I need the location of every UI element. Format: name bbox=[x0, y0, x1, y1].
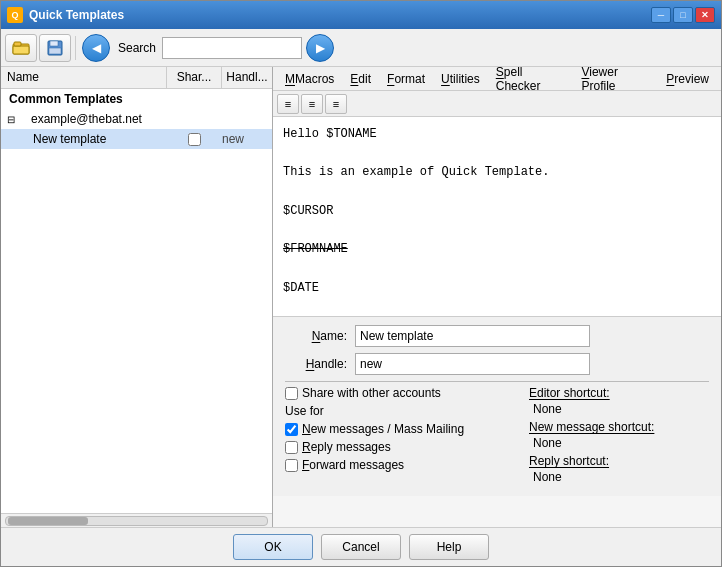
toolbar-btn-1[interactable] bbox=[5, 34, 37, 62]
minimize-button[interactable]: ─ bbox=[651, 7, 671, 23]
new-messages-row: New messages / Mass Mailing bbox=[285, 422, 505, 436]
name-input[interactable] bbox=[355, 325, 590, 347]
folder-icon bbox=[12, 40, 30, 56]
handle-row: Handle: bbox=[285, 353, 709, 375]
new-messages-label: New messages / Mass Mailing bbox=[302, 422, 464, 436]
footer: OK Cancel Help bbox=[1, 527, 721, 566]
reply-shortcut-value: None bbox=[529, 470, 709, 484]
name-label: Name: bbox=[285, 329, 355, 343]
close-button[interactable]: ✕ bbox=[695, 7, 715, 23]
fmt-align-right[interactable]: ≡ bbox=[325, 94, 347, 114]
reply-messages-label: Reply messages bbox=[302, 440, 391, 454]
svg-rect-4 bbox=[50, 41, 58, 46]
main-content: Name Shar... Handl... Common Templates ⊟ bbox=[1, 67, 721, 527]
editor-line-7: $FROMNAME bbox=[283, 240, 711, 259]
editor-shortcut-label: Editor shortcut: bbox=[529, 386, 709, 400]
editor-menubar: MMacros Edit Format Utilities Spell Chec… bbox=[273, 67, 721, 91]
right-panel: MMacros Edit Format Utilities Spell Chec… bbox=[273, 67, 721, 527]
col-handle-header: Handl... bbox=[222, 67, 272, 88]
options-row: Share with other accounts Use for New me… bbox=[285, 386, 709, 488]
svg-rect-2 bbox=[14, 42, 21, 46]
fmt-align-center[interactable]: ≡ bbox=[301, 94, 323, 114]
share-checkbox[interactable] bbox=[285, 387, 298, 400]
new-messages-checkbox[interactable] bbox=[285, 423, 298, 436]
right-options: Editor shortcut: None New message shortc… bbox=[529, 386, 709, 488]
editor-line-4 bbox=[283, 183, 711, 202]
template-handle-value: new bbox=[222, 132, 244, 146]
share-row: Share with other accounts bbox=[285, 386, 505, 400]
forward-messages-checkbox[interactable] bbox=[285, 459, 298, 472]
account-label: example@thebat.net bbox=[17, 112, 142, 126]
fmt-align-left[interactable]: ≡ bbox=[277, 94, 299, 114]
tree-header: Name Shar... Handl... bbox=[1, 67, 272, 89]
editor-toolbar: ≡ ≡ ≡ bbox=[273, 91, 721, 117]
tree-body: Common Templates ⊟ example@thebat.net bbox=[1, 89, 272, 513]
search-label: Search bbox=[118, 41, 156, 55]
col-name-header: Name bbox=[1, 67, 167, 88]
menu-macros[interactable]: MMacros bbox=[277, 70, 342, 88]
editor-line-3: This is an example of Quick Template. bbox=[283, 163, 711, 182]
common-templates-label: Common Templates bbox=[5, 92, 123, 106]
reply-messages-row: Reply messages bbox=[285, 440, 505, 454]
editor-line-6 bbox=[283, 221, 711, 240]
properties-panel: Name: Handle: bbox=[273, 317, 721, 496]
back-button[interactable]: ◀ bbox=[82, 34, 110, 62]
new-msg-shortcut-value: None bbox=[529, 436, 709, 450]
editor-line-8 bbox=[283, 259, 711, 278]
tree-scrollbar[interactable] bbox=[1, 513, 272, 527]
menu-preview[interactable]: Preview bbox=[658, 70, 717, 88]
app-icon: Q bbox=[7, 7, 23, 23]
forward-messages-label: Forward messages bbox=[302, 458, 404, 472]
tree-row-account[interactable]: ⊟ example@thebat.net bbox=[1, 109, 272, 129]
tree-row-common[interactable]: Common Templates bbox=[1, 89, 272, 109]
reply-shortcut-label: Reply shortcut: bbox=[529, 454, 709, 468]
col-share-header: Shar... bbox=[167, 67, 222, 88]
editor-shortcut-value: None bbox=[529, 402, 709, 416]
save-icon bbox=[46, 40, 64, 56]
menu-format[interactable]: Format bbox=[379, 70, 433, 88]
handle-input[interactable] bbox=[355, 353, 590, 375]
h-scrollbar-thumb[interactable] bbox=[8, 517, 88, 525]
help-button[interactable]: Help bbox=[409, 534, 489, 560]
toolbar-btn-2[interactable] bbox=[39, 34, 71, 62]
name-row: Name: bbox=[285, 325, 709, 347]
main-window: Q Quick Templates ─ □ ✕ ◀ Search bbox=[0, 0, 722, 567]
editor-area[interactable]: Hello $TONAME This is an example of Quic… bbox=[273, 117, 721, 317]
divider bbox=[285, 381, 709, 382]
cancel-button[interactable]: Cancel bbox=[321, 534, 401, 560]
svg-rect-5 bbox=[49, 48, 61, 54]
template-share-checkbox[interactable] bbox=[188, 133, 201, 146]
left-panel: Name Shar... Handl... Common Templates ⊟ bbox=[1, 67, 273, 527]
editor-line-2 bbox=[283, 144, 711, 163]
template-label: New template bbox=[5, 132, 106, 146]
search-input[interactable] bbox=[162, 37, 302, 59]
menu-utilities[interactable]: Utilities bbox=[433, 70, 488, 88]
maximize-button[interactable]: □ bbox=[673, 7, 693, 23]
tree-row-template[interactable]: New template new bbox=[1, 129, 272, 149]
main-toolbar: ◀ Search ▶ bbox=[1, 29, 721, 67]
left-options: Share with other accounts Use for New me… bbox=[285, 386, 505, 488]
separator-1 bbox=[75, 36, 76, 60]
forward-messages-row: Forward messages bbox=[285, 458, 505, 472]
menu-edit[interactable]: Edit bbox=[342, 70, 379, 88]
reply-messages-checkbox[interactable] bbox=[285, 441, 298, 454]
h-scrollbar-track[interactable] bbox=[5, 516, 268, 526]
ok-button[interactable]: OK bbox=[233, 534, 313, 560]
forward-button[interactable]: ▶ bbox=[306, 34, 334, 62]
new-msg-shortcut-label: New message shortcut: bbox=[529, 420, 709, 434]
editor-line-5: $CURSOR bbox=[283, 202, 711, 221]
titlebar: Q Quick Templates ─ □ ✕ bbox=[1, 1, 721, 29]
svg-rect-1 bbox=[13, 46, 29, 54]
use-for-label: Use for bbox=[285, 404, 505, 418]
window-controls: ─ □ ✕ bbox=[651, 7, 715, 23]
share-label: Share with other accounts bbox=[302, 386, 441, 400]
collapse-icon: ⊟ bbox=[7, 114, 15, 125]
editor-line-9: $DATE bbox=[283, 279, 711, 298]
window-title: Quick Templates bbox=[29, 8, 651, 22]
editor-line-1: Hello $TONAME bbox=[283, 125, 711, 144]
handle-label: Handle: bbox=[285, 357, 355, 371]
